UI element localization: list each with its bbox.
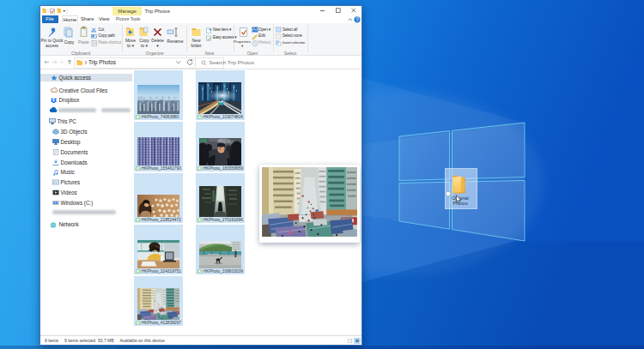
svg-text:?: ? [355,16,359,22]
